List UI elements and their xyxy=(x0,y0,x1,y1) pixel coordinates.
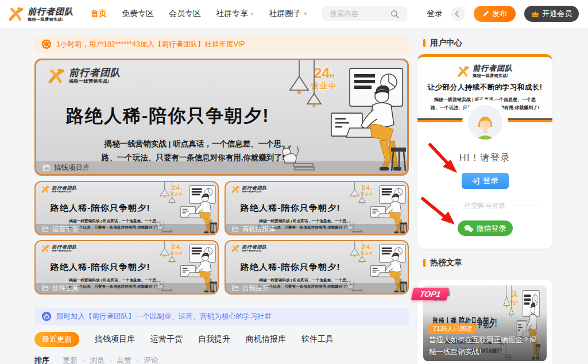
content-tabs: 最近更新搞钱项目库运营干货自我提升商机情报库软件工具 xyxy=(34,332,409,347)
user-banner-title: 让少部分人持续不断的学习和成长! xyxy=(422,83,548,92)
login-greeting: HI！请登录 xyxy=(417,152,552,164)
banner-logo: 前行者团队揭秘一线营销实战! xyxy=(48,67,121,84)
tab-3[interactable]: 运营干货 xyxy=(150,334,183,344)
promo-banner-art: 前行者团队揭秘一线营销实战! 路绝人稀-陪你只争朝夕! 揭秘一线营销实战 | 听… xyxy=(36,60,407,173)
section-title: 用户中心 xyxy=(430,38,462,48)
notice-text: 1小时前，用户182******43加入【前行者团队】社群年度VIP xyxy=(56,40,245,49)
chevron-down-icon: ∨ xyxy=(250,11,254,16)
category-label-strip: 运营干货 xyxy=(36,224,218,234)
tab-4[interactable]: 自我提升 xyxy=(198,334,230,344)
nav-item-1[interactable]: 首页 xyxy=(91,9,107,19)
open-24h-badge: 24H 营业中 xyxy=(361,244,373,255)
notice-like-icon xyxy=(41,311,52,322)
banner-subtext: 揭秘一线营销实战 | 听点真话，一个信息差、一个思路、一个玩法、只要有一条信息对… xyxy=(64,137,322,164)
user-center-card: 前行者团队 揭秘一线营销实战! 让少部分人持续不断的学习和成长! 揭秘一线营销实… xyxy=(417,54,552,249)
open-24h-badge: 24H 营业中 xyxy=(311,66,337,90)
banner-logo: 前行者团队揭秘一线营销实战! xyxy=(41,185,77,193)
chevron-down-icon: ∨ xyxy=(304,11,308,16)
social-login-label: 社交帐号登录 xyxy=(465,201,506,211)
banner-headline: 路绝人稀-陪你只争朝夕! xyxy=(66,104,270,128)
category-label-strip: 商机情报库 xyxy=(226,224,408,234)
banner-logo: 前行者团队揭秘一线营销实战! xyxy=(231,185,267,193)
notice-seal-icon xyxy=(41,39,52,49)
nav-item-3[interactable]: 会员专区 xyxy=(169,9,201,19)
banner-headline: 路绝人稀-陪你只争朝夕! xyxy=(241,261,341,273)
folder-icon xyxy=(42,285,49,292)
folder-icon xyxy=(42,164,51,172)
tab-6[interactable]: 软件工具 xyxy=(301,334,334,344)
logo-x-icon xyxy=(8,6,24,22)
banner-2[interactable]: 前行者团队揭秘一线营销实战! 路绝人稀-陪你只争朝夕! 揭秘一线营销实战 | 听… xyxy=(34,181,219,235)
section-bar xyxy=(423,39,425,47)
notice-text: 限时加入【前行者团队】一个以副业、运营、营销为核心的学习社群 xyxy=(56,312,272,322)
sort-option-2[interactable]: 浏览 xyxy=(90,355,105,364)
wechat-icon xyxy=(464,224,473,233)
sort-option-3[interactable]: 点赞 xyxy=(117,355,131,364)
search-input[interactable] xyxy=(328,9,390,18)
sign-in-icon xyxy=(471,177,479,185)
login-button[interactable]: 登录 xyxy=(462,173,509,189)
user-center-header: 用户中心 xyxy=(423,38,552,48)
banner-1[interactable]: 前行者团队揭秘一线营销实战! 路绝人稀-陪你只争朝夕! 揭秘一线营销实战 | 听… xyxy=(34,59,409,176)
banner-logo: 前行者团队揭秘一线营销实战! xyxy=(41,245,77,253)
sidebar: 用户中心 前行者团队 揭秘一线营销实战! 让少部分人持续不断的学习和成长! 揭秘… xyxy=(417,28,552,364)
divider xyxy=(56,357,56,364)
limited-join-notice[interactable]: 限时加入【前行者团队】一个以副业、运营、营销为核心的学习社群 xyxy=(34,308,409,325)
category-label-strip: 搞钱项目库 xyxy=(36,161,407,174)
banner-headline: 路绝人稀-陪你只争朝夕! xyxy=(51,202,150,214)
pencil-icon xyxy=(482,10,489,17)
banner-headline: 路绝人稀-陪你只争朝夕! xyxy=(241,202,341,214)
open-24h-badge: 24H 营业中 xyxy=(171,244,183,255)
sort-options: 更新浏览点赞评论 xyxy=(63,355,158,364)
navbar-actions: 登录 ☾ 发布 开通会员 xyxy=(427,6,579,22)
search-box[interactable] xyxy=(322,6,407,21)
dark-mode-toggle[interactable]: ☾ xyxy=(451,7,465,21)
nav-item-2[interactable]: 免费专区 xyxy=(122,9,154,19)
banner-logo: 前行者团队揭秘一线营销实战! xyxy=(231,245,267,253)
social-login-divider: 社交帐号登录 xyxy=(430,201,540,211)
sort-option-1[interactable]: 更新 xyxy=(63,355,78,364)
sort-option-4[interactable]: 评论 xyxy=(144,355,158,364)
dot-separator xyxy=(137,360,138,362)
logo-subtitle: 揭秘一线营销实战! xyxy=(28,17,74,21)
banner-logo-subtitle: 揭秘一线营销实战! xyxy=(473,73,513,78)
open-24h-badge: 24H 营业中 xyxy=(171,185,183,196)
section-title: 热榜文章 xyxy=(430,258,462,268)
nav-item-4[interactable]: 社群专享∨ xyxy=(216,9,254,19)
nav-item-5[interactable]: 社群圈子∨ xyxy=(269,9,308,19)
tab-2[interactable]: 搞钱项目库 xyxy=(95,334,135,344)
vip-join-notice[interactable]: 1小时前，用户182******43加入【前行者团队】社群年度VIP xyxy=(34,36,409,53)
section-bar xyxy=(423,259,425,267)
tab-5[interactable]: 商机情报库 xyxy=(246,334,286,344)
worker-illustration xyxy=(264,60,407,175)
publish-button[interactable]: 发布 xyxy=(474,6,516,22)
top-navbar: 前行者团队 揭秘一线营销实战! 首页免费专区会员专区社群专享∨社群圈子∨ 登录 … xyxy=(0,0,588,28)
crown-icon xyxy=(531,10,539,17)
wechat-login-button[interactable]: 微信登录 xyxy=(458,220,513,236)
search-icon[interactable] xyxy=(390,10,399,18)
banner-5[interactable]: 前行者团队揭秘一线营销实战! 路绝人稀-陪你只争朝夕! 揭秘一线营销实战 | 听… xyxy=(225,240,409,295)
category-label-strip: 自我提升 xyxy=(226,283,408,293)
avatar-image xyxy=(468,105,502,140)
open-24h-badge: 24H 营业中 xyxy=(361,185,373,196)
logo-title: 前行者团队 xyxy=(28,7,74,16)
banner-3[interactable]: 前行者团队揭秘一线营销实战! 路绝人稀-陪你只争朝夕! 揭秘一线营销实战 | 听… xyxy=(225,181,409,235)
site-logo[interactable]: 前行者团队 揭秘一线营销实战! xyxy=(8,6,74,22)
hot-articles-card: TOP1 前行者团队揭秘一线营销实战! 路绝人稀-陪你只争朝夕! 揭秘一线营销实… xyxy=(417,280,552,364)
folder-icon xyxy=(232,285,239,292)
banner-headline: 路绝人稀-陪你只争朝夕! xyxy=(51,261,150,273)
banner-4[interactable]: 前行者团队揭秘一线营销实战! 路绝人稀-陪你只争朝夕! 揭秘一线营销实战 | 听… xyxy=(34,240,219,295)
main-column: 1小时前，用户182******43加入【前行者团队】社群年度VIP 前行者团队… xyxy=(34,28,409,364)
avatar[interactable] xyxy=(462,99,508,145)
navbar-login-link[interactable]: 登录 xyxy=(427,9,443,19)
sort-label: 排序 xyxy=(34,355,49,364)
open-vip-button[interactable]: 开通会员 xyxy=(524,6,579,22)
folder-icon xyxy=(232,226,239,233)
top1-badge: TOP1 xyxy=(411,288,450,300)
hot-article-title: 普通人如何在互联网正确掘金？揭秘一线营销实战! xyxy=(429,334,543,359)
hot-articles-header: 热榜文章 xyxy=(423,258,552,268)
main-banner-slot: 前行者团队揭秘一线营销实战! 路绝人稀-陪你只争朝夕! 揭秘一线营销实战 | 听… xyxy=(34,59,409,176)
category-banner-grid: 前行者团队揭秘一线营销实战! 路绝人稀-陪你只争朝夕! 揭秘一线营销实战 | 听… xyxy=(34,181,409,295)
main-nav: 首页免费专区会员专区社群专享∨社群圈子∨ xyxy=(91,9,307,19)
tab-1[interactable]: 最近更新 xyxy=(34,332,79,347)
